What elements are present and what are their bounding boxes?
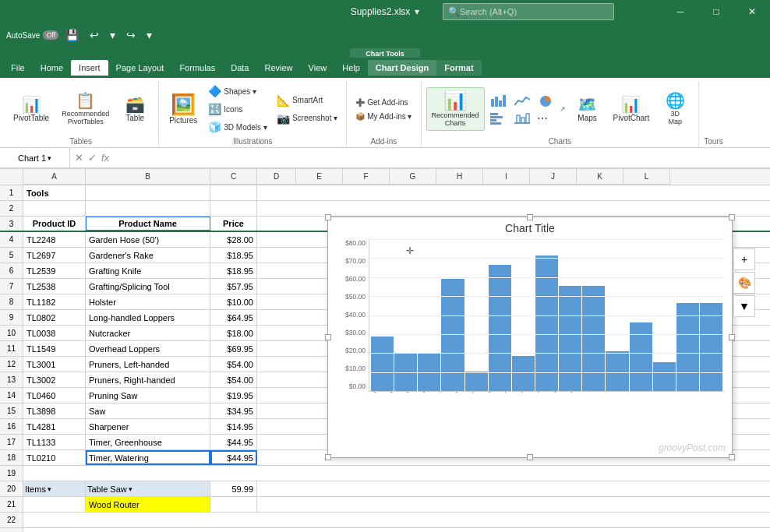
- row-num-15[interactable]: 15: [0, 403, 23, 418]
- cell-c7[interactable]: $57.95: [210, 279, 257, 294]
- cell-c8[interactable]: $10.00: [210, 294, 257, 309]
- dropdown-icon-b20[interactable]: ▾: [129, 485, 132, 493]
- recommended-charts-button[interactable]: 📊 RecommendedCharts: [426, 87, 485, 131]
- cell-a21[interactable]: [23, 497, 86, 512]
- row-num-5[interactable]: 5: [0, 248, 23, 262]
- row-num-3[interactable]: 3: [0, 217, 23, 231]
- insert-function-icon[interactable]: fx: [100, 150, 111, 165]
- cell-b5[interactable]: Gardener's Rake: [86, 248, 210, 262]
- table-button[interactable]: 🗃️ Table: [116, 93, 154, 126]
- line-chart-button[interactable]: [510, 92, 534, 109]
- tab-home[interactable]: Home: [33, 60, 71, 76]
- cell-c1[interactable]: [210, 185, 257, 200]
- cell-a3[interactable]: Product ID: [23, 217, 86, 231]
- row-num-21[interactable]: 21: [0, 497, 23, 512]
- undo-dropdown[interactable]: ▾: [106, 26, 119, 44]
- cell-c13[interactable]: $54.00: [210, 372, 257, 387]
- screenshot-button[interactable]: 📷 Screenshot ▾: [273, 110, 341, 127]
- row-num-13[interactable]: 13: [0, 372, 23, 387]
- tab-file[interactable]: File: [3, 60, 33, 76]
- cell-a7[interactable]: TL2538: [23, 279, 86, 294]
- cell-a15[interactable]: TL3898: [23, 403, 86, 418]
- charts-dialog-launcher[interactable]: ↗: [558, 104, 567, 115]
- resize-handle-tm[interactable]: [527, 214, 533, 220]
- get-addins-button[interactable]: ➕ Get Add-ins: [351, 96, 415, 109]
- row-num-12[interactable]: 12: [0, 357, 23, 372]
- more-charts-button[interactable]: ⋯: [535, 110, 550, 127]
- pictures-button[interactable]: 🖼️ Pictures: [164, 90, 203, 129]
- resize-handle-br[interactable]: [729, 454, 735, 460]
- save-button[interactable]: 💾: [62, 26, 83, 44]
- autosave-toggle[interactable]: Off: [43, 30, 58, 40]
- col-header-e[interactable]: E: [296, 169, 343, 185]
- row-num-18[interactable]: 18: [0, 450, 23, 465]
- cell-b7[interactable]: Grafting/Splicing Tool: [86, 279, 210, 294]
- cell-c20[interactable]: 59.99: [210, 481, 257, 496]
- cancel-formula-icon[interactable]: ✕: [73, 150, 85, 165]
- cell-a20[interactable]: Items ▾: [23, 481, 86, 496]
- pie-chart-button[interactable]: [535, 92, 556, 109]
- row-num-6[interactable]: 6: [0, 263, 23, 278]
- resize-handle-bl[interactable]: [325, 454, 331, 460]
- recommended-pivot-button[interactable]: 📋 RecommendedPivotTables: [56, 89, 115, 129]
- tab-insert[interactable]: Insert: [71, 60, 108, 76]
- cell-b6[interactable]: Grafting Knife: [86, 263, 210, 278]
- cell-a13[interactable]: TL3002: [23, 372, 86, 387]
- cell-reference-box[interactable]: Chart 1 ▾: [0, 148, 70, 167]
- cell-b16[interactable]: Sharpener: [86, 419, 210, 434]
- cell-c18[interactable]: $44.95: [210, 450, 257, 465]
- cell-a18[interactable]: TL0210: [23, 450, 86, 465]
- cell-a16[interactable]: TL4281: [23, 419, 86, 434]
- row-num-10[interactable]: 10: [0, 326, 23, 340]
- undo-button[interactable]: ↩: [86, 26, 103, 44]
- cell-a4[interactable]: TL2248: [23, 232, 86, 247]
- tab-formulas[interactable]: Formulas: [171, 60, 223, 76]
- cell-b18[interactable]: Timer, Watering: [86, 450, 210, 465]
- my-addins-button[interactable]: 📦 My Add-ins ▾: [351, 110, 415, 123]
- col-header-k[interactable]: K: [577, 169, 623, 185]
- search-bar[interactable]: 🔍: [443, 3, 614, 20]
- row-num-7[interactable]: 7: [0, 279, 23, 294]
- col-header-a[interactable]: A: [23, 169, 86, 185]
- tab-view[interactable]: View: [301, 60, 335, 76]
- pivot-chart-button[interactable]: 📊 PivotChart: [608, 93, 655, 126]
- col-header-j[interactable]: J: [530, 169, 577, 185]
- redo-button[interactable]: ↪: [122, 26, 140, 44]
- cell-b13[interactable]: Pruners, Right-handed: [86, 372, 210, 387]
- resize-handle-tl[interactable]: [325, 214, 331, 220]
- row-num-11[interactable]: 11: [0, 341, 23, 356]
- icons-button[interactable]: 🔣 Icons: [204, 100, 271, 118]
- row-num-22[interactable]: 22: [0, 513, 23, 527]
- maximize-button[interactable]: □: [698, 0, 734, 23]
- cell-a9[interactable]: TL0802: [23, 310, 86, 325]
- chart-object[interactable]: Chart Title ✛ $80.00 $70.00 $60.00 $50.0…: [327, 217, 733, 458]
- row-num-23[interactable]: 23: [0, 528, 23, 532]
- cell-c3[interactable]: Price: [210, 217, 257, 231]
- 3d-map-button[interactable]: 🌐 3DMap: [656, 89, 694, 129]
- chart-filter-button[interactable]: ▼: [733, 295, 755, 317]
- cell-rest-1[interactable]: [257, 185, 770, 200]
- cell-b21[interactable]: Wood Router: [86, 497, 210, 512]
- resize-handle-ml[interactable]: [325, 334, 331, 340]
- search-input[interactable]: [460, 7, 609, 16]
- row-num-16[interactable]: 16: [0, 419, 23, 434]
- cell-c10[interactable]: $18.00: [210, 326, 257, 340]
- cell-c5[interactable]: $18.95: [210, 248, 257, 262]
- tab-data[interactable]: Data: [223, 60, 256, 76]
- row-num-4[interactable]: 4: [0, 232, 23, 247]
- cell-a12[interactable]: TL3001: [23, 357, 86, 372]
- cell-a10[interactable]: TL0038: [23, 326, 86, 340]
- chart-add-element-button[interactable]: +: [733, 248, 755, 270]
- col-header-i[interactable]: I: [483, 169, 530, 185]
- cell-c14[interactable]: $19.95: [210, 388, 257, 403]
- file-dropdown-icon[interactable]: ▾: [415, 6, 419, 17]
- cell-b1[interactable]: [86, 185, 210, 200]
- cell-c15[interactable]: $34.95: [210, 403, 257, 418]
- resize-handle-bm[interactable]: [527, 454, 533, 460]
- row-num-2[interactable]: 2: [0, 201, 23, 216]
- cell-b12[interactable]: Pruners, Left-handed: [86, 357, 210, 372]
- col-header-c[interactable]: C: [210, 169, 257, 185]
- bar-chart-button[interactable]: [486, 110, 510, 127]
- cell-ref-dropdown[interactable]: ▾: [48, 154, 51, 162]
- 3d-models-button[interactable]: 🧊 3D Models ▾: [204, 118, 271, 136]
